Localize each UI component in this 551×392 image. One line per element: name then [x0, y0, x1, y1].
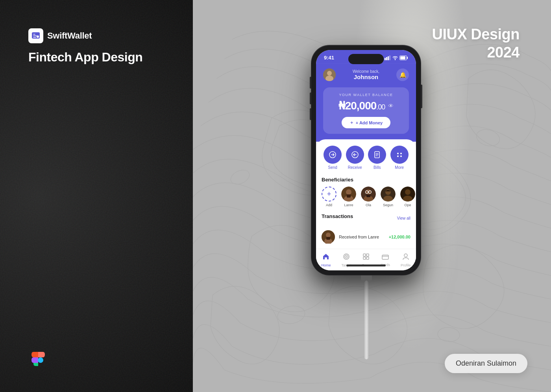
top-right-text: UIUX Design 2024	[432, 26, 520, 61]
bills-icon-circle	[368, 146, 386, 164]
ola-avatar	[361, 187, 376, 202]
lanre-name: Lanre	[344, 203, 353, 207]
svg-rect-51	[363, 257, 366, 259]
svg-rect-53	[382, 255, 388, 259]
target-icon	[343, 253, 350, 262]
svg-point-3	[38, 357, 43, 363]
phone-mockup: 9:41	[311, 45, 422, 359]
cable-wire	[364, 281, 368, 359]
svg-rect-11	[386, 57, 387, 60]
svg-rect-13	[389, 55, 390, 60]
svg-point-24	[397, 155, 399, 157]
phone-shell: 9:41	[311, 45, 421, 275]
svg-point-1	[37, 35, 39, 38]
action-row: Send Receive	[322, 146, 410, 170]
svg-point-23	[400, 153, 402, 154]
svg-rect-15	[400, 56, 405, 59]
notification-button[interactable]: 🔔	[396, 68, 409, 81]
home-nav-label: Home	[321, 263, 331, 267]
svg-rect-10	[385, 57, 386, 60]
beneficiary-segun[interactable]: Segun	[381, 187, 396, 207]
user-avatar	[323, 68, 336, 81]
status-icons	[385, 55, 408, 60]
brand-name: SwiftWallet	[47, 31, 92, 41]
balance-amount: ₦20,000.00	[338, 99, 385, 112]
nav-profile[interactable]: Profile	[401, 253, 411, 267]
transaction-amount: +12,000.00	[389, 235, 410, 239]
welcome-name: Johnson	[336, 74, 396, 80]
left-panel: SwiftWallet Fintech App Design	[0, 0, 193, 392]
add-beneficiary[interactable]: + Add	[322, 187, 337, 207]
action-send[interactable]: Send	[324, 146, 342, 170]
app-content: 9:41	[316, 50, 416, 270]
ope-name: Ope	[404, 203, 411, 207]
more-icon-circle	[390, 146, 409, 164]
svg-point-22	[397, 153, 399, 154]
profile-nav-label: Profile	[401, 263, 411, 267]
header-top: Welcome back, Johnson 🔔	[323, 68, 409, 81]
more-label: More	[395, 165, 404, 170]
svg-rect-12	[388, 56, 389, 60]
author-name: Odeniran Sulaimon	[456, 359, 516, 367]
welcome-text: Welcome back, Johnson	[336, 69, 396, 80]
svg-point-54	[404, 254, 407, 257]
svg-point-40	[405, 189, 410, 195]
beneficiary-ola[interactable]: Ola	[361, 187, 376, 207]
cable	[311, 275, 422, 359]
add-circle-icon: +	[322, 187, 337, 202]
home-indicator	[346, 264, 386, 266]
receive-icon-circle	[346, 146, 364, 164]
svg-point-43	[326, 233, 331, 237]
balance-card: YOUR WALLET BALANCE ₦20,000.00 👁 ＋ + Add…	[323, 87, 409, 134]
figma-icon	[28, 349, 48, 368]
add-money-button[interactable]: ＋ + Add Money	[342, 117, 390, 128]
scan-icon	[362, 253, 370, 262]
ola-name: Ola	[366, 203, 371, 207]
profile-icon	[403, 253, 409, 262]
cable-connector	[361, 274, 372, 281]
svg-point-48	[346, 256, 347, 257]
send-label: Send	[328, 165, 337, 170]
beneficiary-ope[interactable]: Ope	[400, 187, 415, 207]
home-icon	[322, 253, 329, 262]
ope-avatar	[400, 187, 415, 202]
add-label: Add	[326, 203, 332, 207]
svg-rect-50	[366, 254, 369, 256]
visibility-icon[interactable]: 👁	[388, 102, 394, 109]
brand-tagline: Fintech App Design	[28, 50, 142, 65]
beneficiaries-title: Beneficiaries	[322, 177, 410, 183]
receive-label: Receive	[348, 165, 362, 170]
transaction-item: Received from Lanre +12,000.00	[322, 227, 410, 247]
author-badge: Odeniran Sulaimon	[445, 354, 527, 373]
action-bills[interactable]: Bills	[368, 146, 386, 170]
lanre-avatar	[341, 187, 356, 202]
transactions-title: Transactions	[322, 213, 353, 219]
svg-point-27	[346, 189, 351, 195]
svg-rect-52	[366, 257, 369, 259]
segun-avatar	[381, 187, 396, 202]
logo-icon	[28, 28, 43, 43]
svg-rect-35	[366, 194, 370, 197]
brand-logo: SwiftWallet	[28, 28, 142, 43]
beneficiaries-row: + Add	[322, 187, 410, 207]
beneficiary-lanre[interactable]: Lanre	[341, 187, 356, 207]
header-title: UIUX Design	[432, 26, 520, 44]
svg-rect-29	[347, 194, 351, 198]
right-panel: UIUX Design 2024 9:41	[193, 0, 551, 392]
phone-screen: 9:41	[316, 50, 416, 270]
cards-icon	[382, 253, 389, 262]
app-header: Welcome back, Johnson 🔔 YOUR WALLET BALA…	[316, 64, 416, 142]
balance-label: YOUR WALLET BALANCE	[330, 93, 402, 97]
transactions-header: Transactions View all	[322, 213, 410, 223]
send-icon-circle	[324, 146, 342, 164]
transaction-avatar	[322, 230, 335, 244]
view-all-link[interactable]: View all	[397, 216, 410, 220]
action-receive[interactable]: Receive	[346, 146, 364, 170]
svg-rect-49	[363, 254, 366, 256]
action-more[interactable]: More	[390, 146, 409, 170]
balance-amount-row: ₦20,000.00 👁	[330, 99, 402, 112]
header-year: 2024	[432, 44, 520, 62]
nav-home[interactable]: Home	[321, 253, 331, 267]
svg-rect-45	[326, 237, 330, 240]
brand-area: SwiftWallet Fintech App Design	[28, 28, 142, 65]
